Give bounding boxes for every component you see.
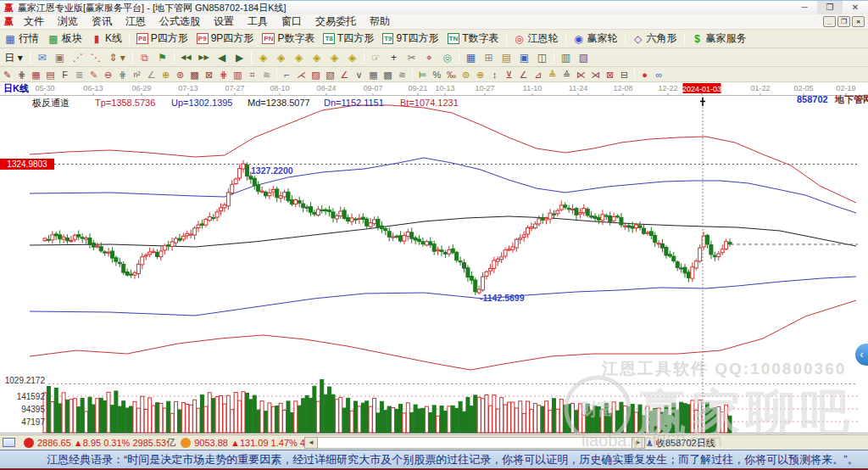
menu-item-2[interactable]: 资讯	[85, 14, 119, 29]
tool-icon-13[interactable]: ◀	[213, 49, 231, 66]
draw-icon-26[interactable]: ▦	[366, 68, 381, 81]
scroll-right-button[interactable]: ►	[632, 437, 645, 449]
toolbar-main-button-8[interactable]: TNT数字表	[443, 31, 504, 46]
tool-icon-29[interactable]: ▦	[462, 49, 480, 66]
tool-icon-27[interactable]: ◎	[438, 49, 456, 66]
draw-icon-35[interactable]: ↕	[487, 68, 502, 81]
kline-chart[interactable]: 05-3006-1306-2907-1307-2708-1008-2409-07…	[0, 82, 868, 434]
draw-icon-24[interactable]: ∠	[337, 68, 352, 81]
tool-icon-9[interactable]: ⚑	[153, 49, 171, 66]
tool-icon-0[interactable]: 日 ▾	[0, 49, 27, 66]
draw-icon-39[interactable]: ≜	[545, 68, 559, 81]
draw-icon-27[interactable]: ▩	[381, 68, 395, 81]
tool-icon-17[interactable]: ◈	[272, 49, 290, 66]
scrollbar-track[interactable]	[318, 437, 632, 449]
toolbar-main-button-5[interactable]: PNP数字表	[258, 31, 319, 46]
draw-icon-47[interactable]: ∞	[652, 68, 666, 81]
toolbar-main-button-0[interactable]: ▦行情	[0, 31, 43, 46]
toolbar-main-button-6[interactable]: T8T四方形	[319, 31, 378, 46]
horizontal-scrollbar[interactable]: ◄ ►	[304, 437, 645, 449]
draw-icon-30[interactable]: ⊨	[415, 68, 430, 81]
draw-icon-18[interactable]: ≋	[259, 68, 274, 81]
toolbar-main-button-7[interactable]: T99T四方形	[378, 31, 442, 46]
tool-icon-26[interactable]: ⌖	[420, 49, 438, 66]
draw-icon-0[interactable]: ✎	[0, 68, 14, 81]
draw-icon-17[interactable]: ⌗	[245, 68, 259, 81]
draw-icon-9[interactable]: n²	[130, 68, 144, 81]
tool-icon-31[interactable]: ▤	[498, 49, 515, 66]
toolbar-main-button-2[interactable]: ▮K线	[86, 31, 126, 46]
tool-icon-5[interactable]: ⋱	[86, 49, 104, 66]
draw-icon-8[interactable]: ⋕	[115, 68, 130, 81]
draw-icon-12[interactable]: ⊛	[173, 68, 187, 81]
tool-icon-12[interactable]: ▶▶	[195, 49, 213, 66]
close-button[interactable]: ✕	[843, 1, 868, 14]
tool-icon-14[interactable]: ▶	[231, 49, 248, 66]
draw-icon-42[interactable]: ⋊	[588, 68, 603, 81]
draw-icon-16[interactable]: ▥	[231, 68, 245, 81]
tool-icon-21[interactable]: ◈	[343, 49, 361, 66]
draw-icon-32[interactable]: ‰	[444, 68, 459, 81]
menu-item-7[interactable]: 窗口	[275, 14, 309, 29]
mdi-close-button[interactable]: ×	[852, 16, 865, 27]
tool-icon-25[interactable]: ✂	[403, 49, 420, 66]
draw-icon-37[interactable]: ∠	[516, 68, 531, 81]
draw-icon-28[interactable]: ≋	[395, 68, 409, 81]
tool-icon-35[interactable]: ▥	[557, 49, 575, 66]
tool-icon-3[interactable]: ▣	[51, 49, 69, 66]
draw-icon-20[interactable]: ⌐	[280, 68, 294, 81]
tool-icon-24[interactable]: +	[385, 49, 403, 66]
draw-icon-43[interactable]: ⊠	[603, 68, 617, 81]
tool-icon-8[interactable]: ⧉	[136, 49, 153, 66]
draw-icon-11[interactable]: ⊕	[159, 68, 173, 81]
draw-icon-13[interactable]: ▩	[187, 68, 202, 81]
draw-icon-38[interactable]: ⊿	[531, 68, 545, 81]
toolbar-main-button-10[interactable]: ◉赢家轮	[569, 31, 622, 46]
tool-icon-33[interactable]: ◫	[533, 49, 551, 66]
tool-icon-4[interactable]: ⋰	[69, 49, 86, 66]
toolbar-main-button-4[interactable]: P99P四方形	[192, 31, 258, 46]
draw-icon-40[interactable]: ≙	[559, 68, 574, 81]
draw-icon-21[interactable]: ⋌	[294, 68, 309, 81]
menu-item-4[interactable]: 公式选股	[153, 14, 207, 29]
draw-icon-6[interactable]: ✎	[86, 68, 101, 81]
tool-icon-16[interactable]: ◈	[254, 49, 272, 66]
draw-icon-36[interactable]: ⊻	[502, 68, 516, 81]
draw-icon-1[interactable]: ⋕	[14, 68, 29, 81]
minimize-button[interactable]: ─	[792, 1, 817, 14]
tool-icon-23[interactable]: ☞	[367, 49, 385, 66]
draw-icon-22[interactable]: ▨	[309, 68, 323, 81]
draw-icon-33[interactable]: ⊜	[459, 68, 473, 81]
menu-item-5[interactable]: 设置	[207, 14, 241, 29]
tool-icon-30[interactable]: ⊞	[480, 49, 498, 66]
toolbar-main-button-3[interactable]: P8P四方形	[132, 31, 192, 46]
draw-icon-7[interactable]: ⊖	[101, 68, 115, 81]
menu-item-6[interactable]: 工具	[241, 14, 275, 29]
draw-icon-14[interactable]: ⊠	[202, 68, 216, 81]
menu-item-9[interactable]: 帮助	[363, 14, 397, 29]
menu-item-1[interactable]: 浏览	[51, 14, 85, 29]
tool-icon-20[interactable]: ◈	[326, 49, 343, 66]
mdi-minimize-button[interactable]: _	[823, 16, 836, 27]
draw-icon-23[interactable]: ▧	[323, 68, 337, 81]
tool-icon-32[interactable]: ▣	[515, 49, 533, 66]
draw-icon-15[interactable]: ⋕	[216, 68, 231, 81]
maximize-button[interactable]: ❐	[817, 1, 843, 14]
tool-icon-36[interactable]: ▧	[575, 49, 593, 66]
tool-icon-19[interactable]: ◈	[308, 49, 326, 66]
toolbar-main-button-1[interactable]: ▩板块	[43, 31, 86, 46]
keyboard-wizard-icon[interactable]	[3, 438, 15, 447]
draw-icon-2[interactable]: ▦	[29, 68, 43, 81]
scroll-left-button[interactable]: ◄	[304, 437, 318, 449]
mdi-restore-button[interactable]: ❐	[837, 16, 850, 27]
draw-icon-5[interactable]: ≣	[72, 68, 86, 81]
draw-icon-4[interactable]: F	[58, 68, 72, 81]
toolbar-main-button-11[interactable]: ◇六角形	[628, 31, 682, 46]
menu-item-0[interactable]: 文件	[17, 14, 51, 29]
draw-icon-44[interactable]: ⊟	[617, 68, 632, 81]
toolbar-main-button-9[interactable]: ◎江恩轮	[509, 31, 563, 46]
tool-icon-18[interactable]: ◈	[290, 49, 308, 66]
draw-icon-41[interactable]: ⋉	[574, 68, 588, 81]
draw-icon-10[interactable]: ∠	[144, 68, 159, 81]
draw-icon-34[interactable]: ⊕	[473, 68, 487, 81]
